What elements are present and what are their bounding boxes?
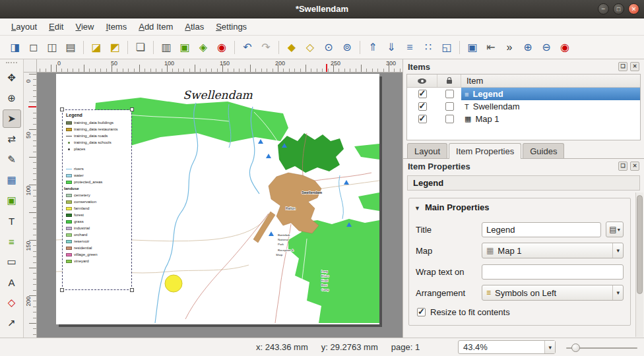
- map-select[interactable]: Map 1: [482, 243, 624, 258]
- resize-items-button[interactable]: ◱: [438, 39, 455, 56]
- pan-layout-tool[interactable]: ✥: [3, 69, 21, 87]
- page-title-label-item[interactable]: Swellendam: [56, 88, 379, 102]
- zoom-slider-handle[interactable]: [571, 343, 580, 352]
- main-properties-header[interactable]: Main Properties: [409, 198, 630, 216]
- add-map-tool[interactable]: ▦: [3, 171, 21, 189]
- data-defined-override-button[interactable]: [606, 222, 624, 237]
- print-button[interactable]: ▥: [158, 39, 175, 56]
- lock-checkbox[interactable]: [445, 115, 454, 123]
- duplicate-layout-button[interactable]: ◫: [44, 39, 61, 56]
- menu-item[interactable]: Atlas: [179, 20, 210, 34]
- menu-item[interactable]: Layout: [5, 20, 43, 34]
- visibility-checkbox[interactable]: [418, 115, 427, 123]
- select-move-item-tool[interactable]: ➤: [3, 109, 21, 128]
- zoom-out-button[interactable]: ⊖: [538, 39, 555, 56]
- move-item-content-tool[interactable]: ⇄: [3, 130, 21, 148]
- add-pages-button[interactable]: ❏: [132, 39, 149, 56]
- chevron-down-icon[interactable]: [612, 285, 623, 300]
- add-arrow-tool[interactable]: ↗: [3, 314, 21, 332]
- tab-item-properties[interactable]: Item Properties: [449, 143, 521, 159]
- add-shape-tool[interactable]: ◇: [3, 293, 21, 312]
- menu-item[interactable]: View: [69, 20, 100, 34]
- atlas-first-feature-button[interactable]: ⇤: [482, 39, 499, 56]
- selection-handle[interactable]: [130, 288, 134, 292]
- zoom-actual-button[interactable]: ◉: [556, 39, 573, 56]
- menu-item[interactable]: Add Item: [133, 20, 179, 34]
- zoom-100-button[interactable]: ⊚: [338, 39, 356, 56]
- selection-handle[interactable]: [60, 107, 64, 111]
- add-scalebar-tool[interactable]: ▭: [3, 252, 21, 271]
- lower-items-button[interactable]: ⇓: [383, 39, 400, 56]
- undo-button[interactable]: ↶: [239, 39, 256, 56]
- add-legend-tool[interactable]: ≡: [3, 232, 21, 251]
- horizontal-ruler[interactable]: 0 50 100 150 200 250 300: [37, 59, 402, 73]
- toolbar-drag-handle[interactable]: [6, 62, 17, 66]
- redo-button[interactable]: ↷: [257, 39, 274, 56]
- items-row-legend[interactable]: ≡Legend: [407, 88, 640, 100]
- resize-to-fit-checkbox[interactable]: [417, 308, 426, 316]
- close-button[interactable]: [628, 3, 639, 15]
- legend-item-selected[interactable]: Legend training_data buildings training_…: [63, 110, 131, 289]
- map-label-camp: Elsies: [321, 274, 330, 278]
- arrangement-select[interactable]: Symbols on Left: [482, 285, 624, 301]
- panel-float-button[interactable]: [618, 162, 628, 171]
- items-row-swellendam[interactable]: TSwellendam: [407, 100, 640, 113]
- chevron-down-icon[interactable]: [544, 341, 555, 353]
- panel-close-button[interactable]: [630, 162, 639, 171]
- ruler-label: 300: [386, 60, 396, 67]
- minimize-button[interactable]: [598, 3, 609, 15]
- export-as-svg-button[interactable]: ◈: [195, 39, 212, 56]
- zoom-level-combobox[interactable]: 43.4%: [458, 340, 556, 354]
- load-from-template-button[interactable]: ◪: [88, 39, 105, 56]
- lock-checkbox[interactable]: [445, 102, 454, 111]
- toolbar-overflow-button[interactable]: »: [501, 39, 518, 56]
- toolbar-separator: [150, 39, 156, 56]
- align-items-button[interactable]: ≡: [401, 39, 418, 56]
- visibility-checkbox[interactable]: [418, 102, 427, 111]
- wrap-text-input[interactable]: [482, 264, 624, 280]
- zoom-full-button[interactable]: ⊙: [320, 39, 337, 56]
- save-project-button[interactable]: ◨: [7, 39, 24, 56]
- chevron-down-icon[interactable]: [612, 243, 623, 258]
- add-label-tool[interactable]: T: [3, 212, 21, 230]
- lock-selected-items-button[interactable]: ◆: [283, 39, 300, 56]
- lock-checkbox[interactable]: [445, 90, 454, 98]
- ruler-label: 100: [25, 185, 32, 196]
- raise-items-button[interactable]: ⇑: [364, 39, 381, 56]
- edit-nodes-item-tool[interactable]: ✎: [3, 150, 21, 169]
- legend-title-input[interactable]: [482, 222, 601, 237]
- selection-handle[interactable]: [130, 107, 134, 111]
- vertical-ruler[interactable]: 0 50 100 150 200: [24, 73, 37, 338]
- properties-scrollbar[interactable]: [635, 193, 643, 337]
- group-items-button[interactable]: ▣: [464, 39, 481, 56]
- panel-float-button[interactable]: [618, 62, 628, 71]
- unlock-all-items-button[interactable]: ◇: [302, 39, 319, 56]
- map-label-park: National: [278, 238, 288, 241]
- add-picture-tool[interactable]: ▣: [3, 191, 21, 210]
- tab-layout[interactable]: Layout: [407, 143, 447, 158]
- items-row-map1[interactable]: ▦Map 1: [407, 113, 640, 125]
- tab-guides[interactable]: Guides: [523, 143, 564, 158]
- export-as-pdf-button[interactable]: ◉: [213, 39, 230, 56]
- menu-item[interactable]: Settings: [210, 20, 253, 34]
- export-as-image-button[interactable]: ▣: [176, 39, 193, 56]
- panel-close-button[interactable]: [630, 62, 639, 71]
- titlebar[interactable]: *Swellendam: [0, 0, 644, 18]
- menu-item[interactable]: Edit: [43, 20, 69, 34]
- layout-manager-button[interactable]: ▤: [62, 39, 79, 56]
- distribute-items-button[interactable]: ∷: [420, 39, 437, 56]
- legend-swatch: [66, 174, 72, 177]
- scrollbar-thumb[interactable]: [637, 195, 643, 294]
- zoom-slider[interactable]: [566, 343, 637, 353]
- maximize-button[interactable]: [613, 3, 624, 15]
- menu-item[interactable]: Items: [100, 20, 133, 34]
- layout-page[interactable]: Swellendam Railton Bontebok National Par…: [56, 74, 379, 324]
- zoom-tool[interactable]: ⊕: [3, 89, 21, 107]
- layout-canvas[interactable]: Swellendam Railton Bontebok National Par…: [37, 73, 402, 338]
- visibility-checkbox[interactable]: [418, 90, 427, 98]
- selection-handle[interactable]: [60, 288, 64, 292]
- add-north-arrow-tool[interactable]: A: [3, 273, 21, 291]
- zoom-in-button[interactable]: ⊕: [519, 39, 536, 56]
- new-layout-button[interactable]: ◻: [25, 39, 42, 56]
- save-as-template-button[interactable]: ◩: [106, 39, 123, 56]
